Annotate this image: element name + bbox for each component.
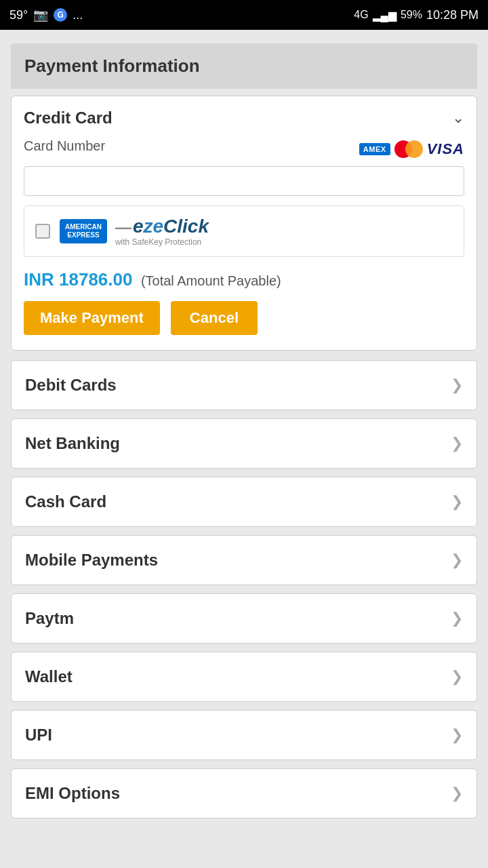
- chevron-right-icon: ❯: [451, 610, 463, 627]
- visa-icon: VISA: [427, 140, 464, 158]
- status-bar: 59° 📷 G ... 4G ▂▄▆ 59% 10:28 PM: [0, 0, 488, 30]
- card-number-label: Card Number: [24, 138, 105, 154]
- photo-icon: 📷: [33, 7, 48, 22]
- card-number-row: Card Number AMEX VISA: [24, 138, 464, 159]
- status-left: 59° 📷 G ...: [9, 7, 83, 22]
- credit-card-label: Credit Card: [24, 108, 113, 127]
- network-type: 4G: [354, 9, 368, 21]
- mastercard-icon: [394, 140, 423, 158]
- credit-card-section: Credit Card ⌄ Card Number AMEX VISA: [11, 96, 477, 351]
- amex-express-logo: AMERICANEXPRESS: [60, 219, 107, 243]
- payment-option-cash-card[interactable]: Cash Card ❯: [11, 477, 477, 527]
- card-number-input[interactable]: [24, 166, 464, 196]
- chevron-right-icon: ❯: [451, 435, 463, 452]
- chevron-right-icon: ❯: [451, 785, 463, 802]
- status-right: 4G ▂▄▆ 59% 10:28 PM: [354, 8, 479, 22]
- paytm-label: Paytm: [25, 609, 74, 628]
- amount-row: INR 18786.00 (Total Amount Payable): [24, 269, 464, 290]
- time-display: 10:28 PM: [426, 8, 479, 22]
- debit-cards-label: Debit Cards: [25, 376, 117, 395]
- emi-options-label: EMI Options: [25, 784, 120, 803]
- battery-level: 59%: [401, 9, 422, 21]
- page-title: Payment Information: [24, 56, 200, 76]
- ezeclick-sub-text: with SafeKey Protection: [115, 237, 209, 247]
- chevron-right-icon: ❯: [451, 726, 463, 744]
- payment-option-upi[interactable]: UPI ❯: [11, 710, 477, 760]
- signal-icon: ▂▄▆: [373, 9, 396, 22]
- card-icons: AMEX VISA: [359, 140, 464, 158]
- browser-icon: G: [54, 8, 67, 22]
- wallet-label: Wallet: [25, 667, 73, 686]
- upi-label: UPI: [25, 726, 52, 745]
- cash-card-label: Cash Card: [25, 492, 106, 511]
- ezeclick-brand-text: ezeClick: [133, 216, 209, 237]
- ezeclick-checkbox[interactable]: [35, 224, 50, 239]
- cancel-button[interactable]: Cancel: [171, 301, 258, 335]
- mobile-payments-label: Mobile Payments: [25, 551, 158, 570]
- chevron-right-icon: ❯: [451, 493, 463, 511]
- payment-option-debit-cards[interactable]: Debit Cards ❯: [11, 360, 477, 410]
- payment-options-list: Debit Cards ❯ Net Banking ❯ Cash Card ❯ …: [11, 360, 477, 818]
- chevron-right-icon: ❯: [451, 668, 463, 686]
- main-content: Payment Information Credit Card ⌄ Card N…: [0, 30, 488, 868]
- ezeclick-option[interactable]: AMERICANEXPRESS — ezeClick with SafeKey …: [24, 205, 464, 257]
- temperature: 59°: [9, 8, 28, 22]
- chevron-right-icon: ❯: [451, 376, 463, 394]
- more-icon: ...: [73, 8, 83, 22]
- make-payment-button[interactable]: Make Payment: [24, 301, 160, 335]
- amex-icon: AMEX: [359, 143, 390, 155]
- net-banking-label: Net Banking: [25, 434, 120, 453]
- payment-option-mobile-payments[interactable]: Mobile Payments ❯: [11, 535, 477, 585]
- payment-option-emi-options[interactable]: EMI Options ❯: [11, 768, 477, 818]
- chevron-down-icon: ⌄: [452, 109, 464, 127]
- payment-info-header: Payment Information: [11, 43, 477, 89]
- payment-option-paytm[interactable]: Paytm ❯: [11, 593, 477, 644]
- action-buttons: Make Payment Cancel: [24, 301, 464, 335]
- total-amount-label: (Total Amount Payable): [141, 273, 281, 288]
- credit-card-header[interactable]: Credit Card ⌄: [24, 108, 464, 127]
- payment-option-net-banking[interactable]: Net Banking ❯: [11, 418, 477, 469]
- chevron-right-icon: ❯: [451, 551, 463, 569]
- amount-inr: INR 18786.00: [24, 269, 132, 290]
- ezeclick-brand-block: — ezeClick with SafeKey Protection: [115, 216, 209, 247]
- payment-option-wallet[interactable]: Wallet ❯: [11, 652, 477, 702]
